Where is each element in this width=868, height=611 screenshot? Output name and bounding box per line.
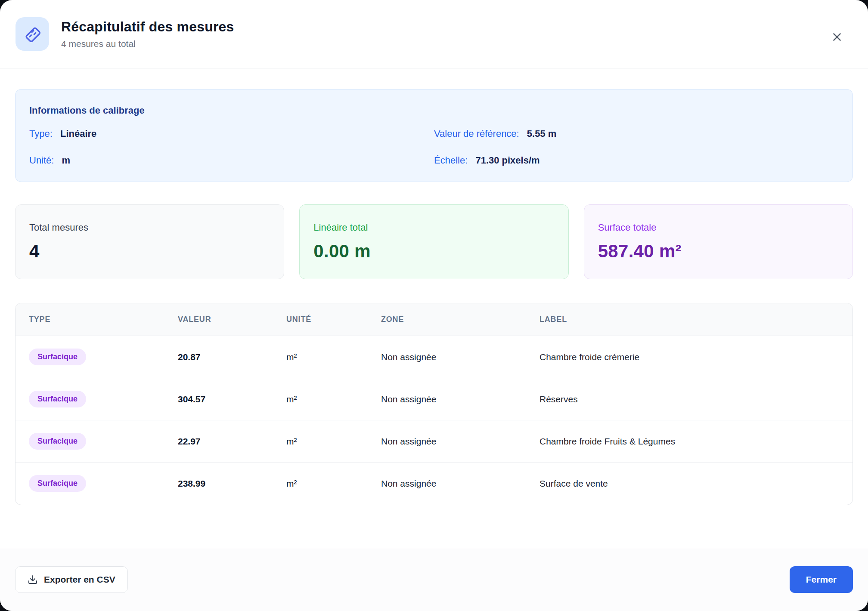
calibration-field-type: Type: Linéaire <box>29 128 434 139</box>
table-row: Surfacique 304.57 m² Non assignée Réserv… <box>16 378 852 420</box>
table-row: Surfacique 22.97 m² Non assignée Chambre… <box>16 420 852 463</box>
cell-label: Réserves <box>526 378 852 420</box>
calibration-field-label: Échelle: <box>434 155 468 166</box>
column-header-valeur: VALEUR <box>164 303 273 336</box>
calibration-field-scale: Échelle: 71.30 pixels/m <box>434 155 839 166</box>
export-csv-button[interactable]: Exporter en CSV <box>15 566 128 593</box>
calibration-field-label: Unité: <box>29 155 54 166</box>
calibration-field-value: 71.30 pixels/m <box>475 155 539 166</box>
table-row: Surfacique 238.99 m² Non assignée Surfac… <box>16 463 852 505</box>
cell-valeur: 22.97 <box>164 420 273 463</box>
type-badge: Surfacique <box>29 433 86 450</box>
ruler-icon <box>16 17 49 51</box>
measures-table: TYPE VALEUR UNITÉ ZONE LABEL Surfacique … <box>15 303 853 505</box>
stat-card-surface-totale: Surface totale 587.40 m² <box>584 204 853 279</box>
calibration-field-value: Linéaire <box>60 128 96 139</box>
calibration-field-unit: Unité: m <box>29 155 434 166</box>
dialog-footer: Exporter en CSV Fermer <box>0 548 868 611</box>
stat-label: Linéaire total <box>313 222 554 233</box>
calibration-field-reference: Valeur de référence: 5.55 m <box>434 128 839 139</box>
type-badge: Surfacique <box>29 349 86 365</box>
cell-label: Chambre froide Fruits & Légumes <box>526 420 852 463</box>
cell-valeur: 20.87 <box>164 336 273 378</box>
stat-label: Total mesures <box>29 222 270 233</box>
page-title: Récapitulatif des mesures <box>61 19 234 35</box>
download-icon <box>28 574 38 585</box>
cell-zone: Non assignée <box>368 378 526 420</box>
type-badge: Surfacique <box>29 391 86 407</box>
stat-value: 4 <box>29 241 270 262</box>
cell-zone: Non assignée <box>368 336 526 378</box>
calibration-grid: Type: Linéaire Valeur de référence: 5.55… <box>29 128 839 166</box>
cell-unite: m² <box>273 336 368 378</box>
cell-valeur: 238.99 <box>164 463 273 505</box>
calibration-field-label: Type: <box>29 128 53 139</box>
column-header-zone: ZONE <box>368 303 526 336</box>
cell-valeur: 304.57 <box>164 378 273 420</box>
calibration-field-value: 5.55 m <box>527 128 557 139</box>
close-icon <box>831 31 843 43</box>
stat-label: Surface totale <box>598 222 839 233</box>
cell-zone: Non assignée <box>368 420 526 463</box>
type-badge: Surfacique <box>29 475 86 492</box>
cell-label: Surface de vente <box>526 463 852 505</box>
stat-value: 0.00 m <box>313 241 554 262</box>
cell-unite: m² <box>273 378 368 420</box>
stat-card-total-mesures: Total mesures 4 <box>15 204 284 279</box>
calibration-title: Informations de calibrage <box>29 105 839 116</box>
stats-row: Total mesures 4 Linéaire total 0.00 m Su… <box>15 204 853 279</box>
table-header-row: TYPE VALEUR UNITÉ ZONE LABEL <box>16 303 852 336</box>
column-header-label: LABEL <box>526 303 852 336</box>
table-row: Surfacique 20.87 m² Non assignée Chambre… <box>16 336 852 378</box>
cell-unite: m² <box>273 463 368 505</box>
calibration-field-label: Valeur de référence: <box>434 128 519 139</box>
page-subtitle: 4 mesures au total <box>61 39 234 49</box>
measures-summary-dialog: Récapitulatif des mesures 4 mesures au t… <box>0 0 868 611</box>
cell-zone: Non assignée <box>368 463 526 505</box>
export-csv-label: Exporter en CSV <box>44 574 115 585</box>
cell-unite: m² <box>273 420 368 463</box>
close-button[interactable] <box>828 28 846 46</box>
title-block: Récapitulatif des mesures 4 mesures au t… <box>61 19 234 49</box>
cell-label: Chambre froide crémerie <box>526 336 852 378</box>
column-header-unite: UNITÉ <box>273 303 368 336</box>
stat-card-lineaire-total: Linéaire total 0.00 m <box>299 204 568 279</box>
stat-value: 587.40 m² <box>598 241 839 262</box>
calibration-info-panel: Informations de calibrage Type: Linéaire… <box>15 89 853 182</box>
fermer-button[interactable]: Fermer <box>790 566 853 593</box>
column-header-type: TYPE <box>16 303 164 336</box>
dialog-content: Informations de calibrage Type: Linéaire… <box>0 68 868 548</box>
calibration-field-value: m <box>62 155 71 166</box>
dialog-header: Récapitulatif des mesures 4 mesures au t… <box>0 0 868 68</box>
